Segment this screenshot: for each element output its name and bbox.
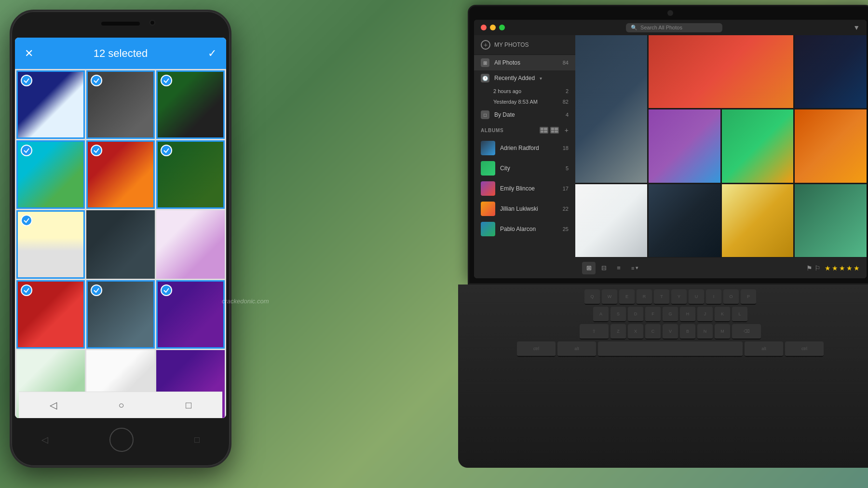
photo-cell[interactable] <box>722 184 794 257</box>
key-q[interactable]: Q <box>584 289 600 305</box>
key-c[interactable]: C <box>645 324 661 339</box>
key-j[interactable]: J <box>697 307 713 322</box>
maximize-window-button[interactable] <box>499 25 505 30</box>
traffic-lights <box>481 25 505 30</box>
star-5[interactable]: ★ <box>854 264 860 272</box>
by-date-icon: □ <box>481 110 489 119</box>
key-s[interactable]: S <box>610 307 626 322</box>
album-item-pablo[interactable]: Pablo Alarcon 25 <box>474 219 575 239</box>
key-z[interactable]: Z <box>610 324 626 339</box>
flag-empty-icon[interactable]: ⚐ <box>814 264 821 272</box>
phone-grid-item[interactable] <box>86 210 155 279</box>
key-e[interactable]: E <box>619 289 635 305</box>
view-toggle-group: ⊞ ⊟ ≡ <box>582 262 625 274</box>
key-t[interactable]: T <box>654 289 669 305</box>
album-item-jillian[interactable]: Jillian Lukiwski 22 <box>474 199 575 219</box>
key-a[interactable]: A <box>593 307 609 322</box>
phone-grid-item[interactable] <box>16 140 85 209</box>
key-f[interactable]: F <box>645 307 661 322</box>
phone-confirm-button[interactable]: ✓ <box>208 47 217 60</box>
small-grid-view-button[interactable]: ⊟ <box>597 262 610 274</box>
key-n[interactable]: N <box>697 324 713 339</box>
key-ctrl[interactable]: ctrl <box>517 341 556 357</box>
phone-home-hardware[interactable] <box>109 428 134 452</box>
star-rating[interactable]: ★ ★ ★ ★ ★ <box>825 264 860 272</box>
list-view-button[interactable]: ≡ <box>612 262 625 274</box>
key-g[interactable]: G <box>663 307 678 322</box>
phone-recents-button[interactable]: □ <box>186 400 191 411</box>
key-l[interactable]: L <box>732 307 747 322</box>
phone-grid-item[interactable] <box>156 140 225 209</box>
photo-cell[interactable] <box>575 184 647 257</box>
phone-grid-item[interactable] <box>156 280 225 349</box>
photo-cell[interactable] <box>795 184 867 257</box>
photo-cell[interactable] <box>649 184 720 257</box>
key-o[interactable]: O <box>723 289 739 305</box>
phone-grid-item[interactable] <box>16 70 85 139</box>
phone-grid-item[interactable] <box>86 140 155 209</box>
phone-close-button[interactable]: ✕ <box>25 47 33 60</box>
add-album-button[interactable]: + <box>565 126 569 134</box>
key-alt[interactable]: alt <box>557 341 596 357</box>
key-r[interactable]: R <box>637 289 652 305</box>
sidebar-item-recently-added[interactable]: 🕐 Recently Added ▾ <box>474 70 575 86</box>
phone-home-button[interactable]: ○ <box>118 400 124 411</box>
album-item-emily[interactable]: Emily Blincoe 17 <box>474 178 575 199</box>
flag-filled-icon[interactable]: ⚑ <box>806 264 813 272</box>
sidebar-sub-item-2hours[interactable]: 2 hours ago 2 <box>474 86 575 96</box>
key-backspace[interactable]: ⌫ <box>732 324 761 339</box>
flag-buttons: ⚑ ⚐ <box>806 264 821 272</box>
photo-cell[interactable] <box>649 35 794 108</box>
all-photos-count: 84 <box>563 60 569 66</box>
key-h[interactable]: H <box>680 307 695 322</box>
sidebar-sub-item-yesterday[interactable]: Yesterday 8:53 AM 82 <box>474 96 575 107</box>
grid-view-button[interactable] <box>550 127 559 134</box>
album-item-adrien[interactable]: Adrien Radford 18 <box>474 138 575 158</box>
phone-grid-item[interactable] <box>156 210 225 279</box>
key-y[interactable]: Y <box>671 289 687 305</box>
sidebar-add-button[interactable]: + MY PHOTOS <box>474 35 575 55</box>
key-alt-right[interactable]: alt <box>745 341 783 357</box>
list-view-button[interactable] <box>540 127 548 134</box>
large-grid-view-button[interactable]: ⊞ <box>582 262 596 274</box>
key-d[interactable]: D <box>628 307 643 322</box>
key-ctrl-right[interactable]: ctrl <box>785 341 824 357</box>
phone-back-button[interactable]: ◁ <box>50 399 57 411</box>
albums-section-header: ALBUMS + <box>474 122 575 138</box>
key-i[interactable]: I <box>706 289 721 305</box>
photo-cell[interactable] <box>722 109 794 182</box>
key-k[interactable]: K <box>715 307 730 322</box>
star-2[interactable]: ★ <box>832 264 838 272</box>
filter-button[interactable]: ▼ <box>853 24 860 31</box>
sidebar-item-all-photos[interactable]: ⊞ All Photos 84 <box>474 55 575 70</box>
key-b[interactable]: B <box>680 324 695 339</box>
phone-grid-item[interactable] <box>86 280 155 349</box>
photo-cell[interactable] <box>795 109 867 182</box>
key-shift[interactable]: ⇧ <box>580 324 609 339</box>
key-v[interactable]: V <box>663 324 678 339</box>
star-4[interactable]: ★ <box>846 264 853 272</box>
star-3[interactable]: ★ <box>839 264 845 272</box>
key-x[interactable]: X <box>628 324 643 339</box>
key-u[interactable]: U <box>689 289 704 305</box>
album-item-city[interactable]: City 5 <box>474 158 575 178</box>
phone-grid-item[interactable] <box>16 210 85 279</box>
selection-badge <box>21 215 32 226</box>
photo-cell[interactable] <box>649 109 720 182</box>
minimize-window-button[interactable] <box>490 25 496 30</box>
phone-grid-item[interactable] <box>156 70 225 139</box>
key-p[interactable]: P <box>741 289 756 305</box>
close-window-button[interactable] <box>481 25 487 30</box>
search-input[interactable]: Search All Photos <box>640 25 682 30</box>
sort-button[interactable]: ≡ ▾ <box>631 265 638 271</box>
photo-cell[interactable] <box>575 35 647 183</box>
phone-grid-item[interactable] <box>86 70 155 139</box>
photo-cell[interactable] <box>795 35 867 108</box>
phone-grid-item[interactable] <box>16 280 85 349</box>
star-1[interactable]: ★ <box>825 264 831 272</box>
key-m[interactable]: M <box>715 324 730 339</box>
search-bar[interactable]: 🔍 Search All Photos <box>626 23 722 32</box>
key-space[interactable] <box>598 341 743 357</box>
key-w[interactable]: W <box>602 289 617 305</box>
sidebar-item-by-date[interactable]: □ By Date 4 <box>474 107 575 122</box>
